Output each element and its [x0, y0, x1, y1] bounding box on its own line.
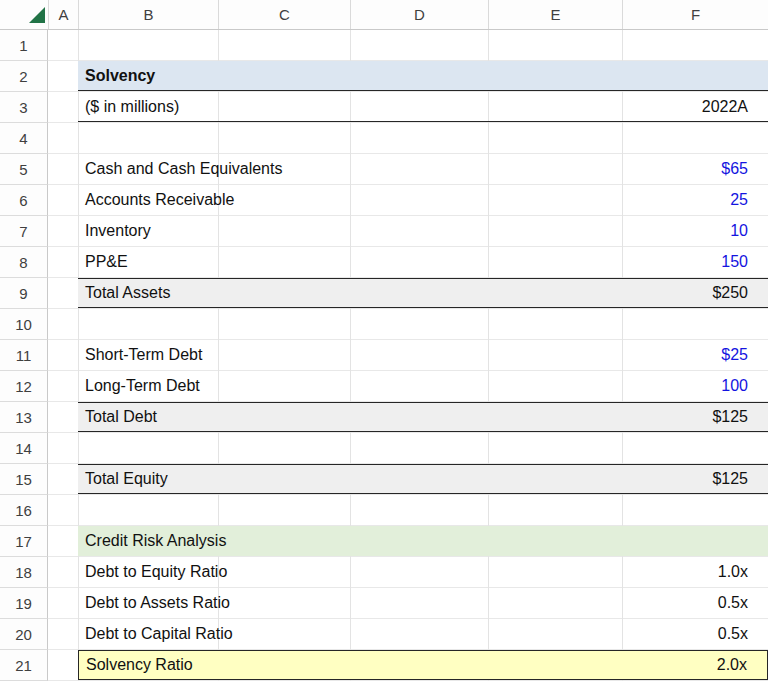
cell-B5-label[interactable]: Cash and Cash Equivalents — [78, 160, 282, 178]
grid-body: 12Solvency3($ in millions)2022A45Cash an… — [0, 30, 768, 681]
sheet-row-1: 1 — [0, 30, 768, 61]
cell-B17-label[interactable]: Credit Risk Analysis — [78, 532, 226, 550]
sheet-row-19: 19Debt to Assets Ratio0.5x — [0, 588, 768, 619]
cell-B6-label[interactable]: Accounts Receivable — [78, 191, 234, 209]
row-header-18[interactable]: 18 — [0, 557, 48, 588]
row-header-8[interactable]: 8 — [0, 247, 48, 278]
spreadsheet: A B C D E F 12Solvency3($ in millions)20… — [0, 0, 768, 681]
cell-range-B2-F2: Solvency — [78, 61, 768, 91]
cell-range-B10-F10[interactable] — [78, 309, 768, 339]
cell-B12-label[interactable]: Long-Term Debt — [78, 377, 200, 395]
sheet-row-12: 12Long-Term Debt100 — [0, 371, 768, 402]
sheet-row-6: 6Accounts Receivable25 — [0, 185, 768, 216]
row-cells-11: Short-Term Debt$25 — [48, 340, 768, 371]
cell-B19-label[interactable]: Debt to Assets Ratio — [78, 594, 230, 612]
column-header-D[interactable]: D — [350, 0, 488, 29]
cell-B2-label[interactable]: Solvency — [78, 67, 155, 85]
column-header-row: A B C D E F — [0, 0, 768, 30]
sheet-row-14: 14 — [0, 433, 768, 464]
cell-B3-label[interactable]: ($ in millions) — [78, 98, 179, 116]
select-all-corner[interactable] — [0, 0, 48, 29]
row-header-16[interactable]: 16 — [0, 495, 48, 526]
cell-range-B14-F14[interactable] — [78, 433, 768, 463]
cell-F11-value[interactable]: $25 — [721, 346, 768, 364]
cell-range-B6-F6: Accounts Receivable25 — [78, 185, 768, 215]
cell-F3-value[interactable]: 2022A — [702, 98, 768, 116]
row-header-19[interactable]: 19 — [0, 588, 48, 619]
row-cells-2: Solvency — [48, 61, 768, 92]
cell-range-B15-F15: Total Equity$125 — [78, 464, 768, 494]
cell-B9-label[interactable]: Total Assets — [78, 284, 170, 302]
cell-range-B19-F19: Debt to Assets Ratio0.5x — [78, 588, 768, 618]
row-cells-20: Debt to Capital Ratio0.5x — [48, 619, 768, 650]
cell-F7-value[interactable]: 10 — [730, 222, 768, 240]
cell-F6-value[interactable]: 25 — [730, 191, 768, 209]
row-header-5[interactable]: 5 — [0, 154, 48, 185]
row-cells-8: PP&E150 — [48, 247, 768, 278]
cell-range-B16-F16[interactable] — [78, 495, 768, 525]
cell-B8-label[interactable]: PP&E — [78, 253, 128, 271]
sheet-row-4: 4 — [0, 123, 768, 154]
cell-B18-label[interactable]: Debt to Equity Ratio — [78, 563, 227, 581]
cell-range-B20-F20: Debt to Capital Ratio0.5x — [78, 619, 768, 649]
column-header-C[interactable]: C — [218, 0, 350, 29]
cell-B20-label[interactable]: Debt to Capital Ratio — [78, 625, 233, 643]
sheet-row-15: 15Total Equity$125 — [0, 464, 768, 495]
row-header-10[interactable]: 10 — [0, 309, 48, 340]
cell-F9-value[interactable]: $250 — [712, 284, 768, 302]
sheet-row-3: 3($ in millions)2022A — [0, 92, 768, 123]
row-header-1[interactable]: 1 — [0, 30, 48, 61]
cell-F13-value[interactable]: $125 — [712, 408, 768, 426]
row-cells-10 — [48, 309, 768, 340]
cell-range-B9-F9: Total Assets$250 — [78, 278, 768, 308]
cell-B11-label[interactable]: Short-Term Debt — [78, 346, 202, 364]
cell-range-B17-F17: Credit Risk Analysis — [78, 526, 768, 556]
cell-B15-label[interactable]: Total Equity — [78, 470, 168, 488]
cell-range-B21-F21: Solvency Ratio2.0x — [78, 650, 768, 680]
cell-F12-value[interactable]: 100 — [721, 377, 768, 395]
row-cells-3: ($ in millions)2022A — [48, 92, 768, 123]
cell-F19-value[interactable]: 0.5x — [718, 594, 768, 612]
cell-F18-value[interactable]: 1.0x — [718, 563, 768, 581]
sheet-row-18: 18Debt to Equity Ratio1.0x — [0, 557, 768, 588]
cell-B13-label[interactable]: Total Debt — [78, 408, 157, 426]
row-header-9[interactable]: 9 — [0, 278, 48, 309]
row-header-6[interactable]: 6 — [0, 185, 48, 216]
cell-F8-value[interactable]: 150 — [721, 253, 768, 271]
cell-range-B3-F3: ($ in millions)2022A — [78, 92, 768, 122]
row-cells-9: Total Assets$250 — [48, 278, 768, 309]
row-cells-16 — [48, 495, 768, 526]
cell-range-B13-F13: Total Debt$125 — [78, 402, 768, 432]
cell-range-B1-F1[interactable] — [78, 30, 768, 60]
cell-F20-value[interactable]: 0.5x — [718, 625, 768, 643]
row-header-15[interactable]: 15 — [0, 464, 48, 495]
cell-F15-value[interactable]: $125 — [712, 470, 768, 488]
row-cells-12: Long-Term Debt100 — [48, 371, 768, 402]
row-cells-4 — [48, 123, 768, 154]
row-header-4[interactable]: 4 — [0, 123, 48, 154]
row-header-17[interactable]: 17 — [0, 526, 48, 557]
sheet-row-17: 17Credit Risk Analysis — [0, 526, 768, 557]
column-header-B[interactable]: B — [78, 0, 218, 29]
cell-B21-label[interactable]: Solvency Ratio — [79, 656, 193, 674]
row-header-14[interactable]: 14 — [0, 433, 48, 464]
sheet-row-16: 16 — [0, 495, 768, 526]
column-header-E[interactable]: E — [488, 0, 622, 29]
row-header-3[interactable]: 3 — [0, 92, 48, 123]
row-header-20[interactable]: 20 — [0, 619, 48, 650]
row-header-12[interactable]: 12 — [0, 371, 48, 402]
row-cells-7: Inventory10 — [48, 216, 768, 247]
cell-F5-value[interactable]: $65 — [721, 160, 768, 178]
row-cells-17: Credit Risk Analysis — [48, 526, 768, 557]
row-header-13[interactable]: 13 — [0, 402, 48, 433]
cell-range-B4-F4[interactable] — [78, 123, 768, 153]
row-header-2[interactable]: 2 — [0, 61, 48, 92]
column-header-F[interactable]: F — [622, 0, 768, 29]
cell-B7-label[interactable]: Inventory — [78, 222, 151, 240]
row-header-21[interactable]: 21 — [0, 650, 48, 681]
cell-F21-value[interactable]: 2.0x — [717, 656, 767, 674]
row-cells-1 — [48, 30, 768, 61]
row-header-7[interactable]: 7 — [0, 216, 48, 247]
row-header-11[interactable]: 11 — [0, 340, 48, 371]
column-header-A[interactable]: A — [48, 0, 78, 29]
